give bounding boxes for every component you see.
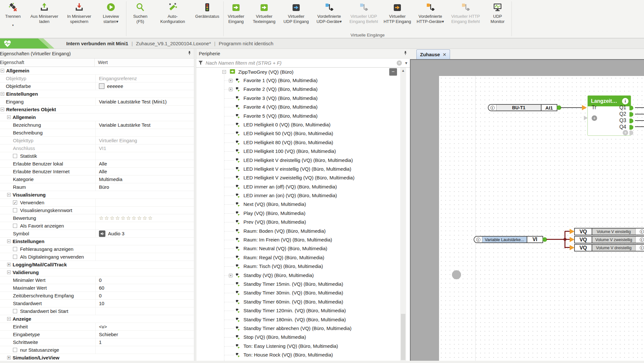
tree-item-favorite-2-vq-b-ro-multimedia-[interactable]: +Favorite 2 (VQ) (Büro, Multimedia) (196, 85, 410, 94)
property-value[interactable]: Eingangsreferenz (96, 75, 194, 82)
tree-item-prev-vq-b-ro-multimedia-[interactable]: Prev (VQ) (Büro, Multimedia) (196, 218, 410, 227)
filter-input[interactable]: Nach Namen filtern mit (STRG + F) (206, 60, 397, 66)
tree-root-item[interactable]: − ZippTwoGrey (VQ) (Büro) (196, 68, 410, 76)
tree-item-standby-vq-b-ro-multimedia-[interactable]: +Standby (VQ) (Büro, Multimedia) (196, 271, 410, 280)
block-vq-1[interactable]: VQ Volume V einstellig i (574, 228, 644, 235)
tree-item-raum-im-freien-vq-b-ro-multimedia-[interactable]: Raum: Im Freien (VQ) (Büro, Multimedia) (196, 236, 410, 244)
tree-item-ton-house-rock-vq-b-ro-multimedia-[interactable]: Ton: House Rock (VQ) (Büro, Multimedia) (196, 351, 410, 359)
color-swatch[interactable] (99, 83, 104, 89)
tree-item-standby-timer-15min-vq-b-ro-multimedia-[interactable]: Standby Timer 15min. (VQ) (Büro, Multime… (196, 280, 410, 289)
tree-item-next-vq-b-ro-multimedia-[interactable]: Next (VQ) (Büro, Multimedia) (196, 200, 410, 209)
collapse-icon[interactable]: − (1, 92, 4, 96)
ribbon-button-vordefinierte-udp-ger-te-[interactable]: VordefinierteUDP-Geräte▾ (312, 1, 346, 30)
ribbon-button-trennen[interactable]: Trennen ▾ (0, 1, 26, 30)
tree-item-led-helligkeit-50-vq-b-ro-multimedia-[interactable]: LED Helligkeit 50 (VQ) (Büro, Multimedia… (196, 129, 410, 138)
property-value[interactable] (96, 253, 194, 261)
input-tr[interactable]: Tr (592, 105, 596, 111)
tree-item-raum-tisch-vq-b-ro-multimedia-[interactable]: Raum: Tisch (VQ) (Büro, Multimedia) (196, 262, 410, 271)
ribbon-button-in-miniserver-speichern[interactable]: In Miniserverspeichern (63, 1, 96, 30)
output-q2[interactable]: Q2 (613, 111, 626, 117)
ribbon-button-vordefinierte-http-ger-te-[interactable]: VordefinierteHTTP-Geräte▾ (413, 1, 447, 30)
property-value[interactable] (96, 207, 194, 214)
tree-item-raum-boden-vq-b-ro-multimedia-[interactable]: Raum: Boden (VQ) (Büro, Multimedia) (196, 227, 410, 236)
ribbon-button-virtueller-texteingang[interactable]: VirtuellerTexteingang (248, 1, 280, 30)
expand-icon[interactable]: + (229, 88, 232, 91)
ribbon-button-auto-konfiguration[interactable]: Auto-Konfiguration (154, 1, 191, 30)
tree-item-ton-easy-listening-vq-b-ro-multimedia-[interactable]: Ton: Easy Listening (VQ) (Büro, Multimed… (196, 342, 410, 351)
collapse-icon[interactable]: − (1, 108, 4, 111)
property-value[interactable]: Variable Lautstärke Test (Mini1) (96, 98, 194, 105)
property-value[interactable] (96, 129, 194, 136)
expand-icon[interactable]: + (229, 274, 232, 277)
info-icon[interactable]: i (490, 106, 495, 110)
add-output-icon[interactable]: + (623, 130, 628, 135)
collapse-icon[interactable]: − (7, 193, 11, 197)
expand-icon[interactable]: + (7, 356, 11, 359)
block-bu-t1[interactable]: i BU-T1 AI1 (488, 104, 557, 111)
tree-item-led-helligkeit-v-zweistellig-vq-b-ro-mul[interactable]: LED Helligkeit V zweistellig (VQ) (Büro,… (196, 174, 410, 182)
property-value[interactable]: 1 (96, 338, 194, 346)
tree-item-stop-vq-b-ro-multimedia-[interactable]: Stop (VQ) (Büro, Multimedia) (196, 333, 410, 342)
ribbon-button-virtueller-http-eingang[interactable]: VirtuellerHTTP Eingang (381, 1, 413, 30)
property-value[interactable]: 0 (96, 292, 194, 299)
property-value[interactable]: Schieber (96, 331, 194, 338)
property-value[interactable] (96, 346, 194, 354)
tree-item-play-vq-b-ro-multimedia-[interactable]: Play (VQ) (Büro, Multimedia) (196, 209, 410, 218)
collapse-all-button[interactable]: − (389, 68, 397, 76)
column-eigenschaft[interactable]: Eigenschaft (0, 59, 95, 67)
tab-zuhause[interactable]: Zuhause ✕ (416, 49, 450, 59)
ribbon-button-udp-monitor[interactable]: UDPMonitor (484, 1, 511, 30)
collapse-icon[interactable]: − (7, 317, 11, 321)
property-value[interactable]: <v> (96, 323, 194, 330)
collapse-icon[interactable]: − (1, 69, 4, 72)
tree-item-led-helligkeit-80-vq-b-ro-multimedia-[interactable]: LED Helligkeit 80 (VQ) (Büro, Multimedia… (196, 138, 410, 147)
collapse-icon[interactable]: − (7, 271, 11, 274)
output-q3[interactable]: Q3 (613, 118, 626, 123)
property-value[interactable]: ☆☆☆☆☆☆☆☆☆☆ (96, 214, 194, 222)
tree-item-raum-neutral-vq-b-ro-multimedia-[interactable]: Raum: Neutral (VQ) (Büro, Multimedia) (196, 244, 410, 253)
tree-item-standby-timer-180min-vq-b-ro-multimedia-[interactable]: Standby Timer 180min. (VQ) (Büro, Multim… (196, 315, 410, 324)
property-value[interactable]: 60 (96, 284, 194, 292)
block-vq-2[interactable]: VQ Volume V zweistellig i (574, 236, 644, 243)
tree-item-led-helligkeit-v-dreistellig-vq-b-ro-mul[interactable]: LED Helligkeit V dreistellig (VQ) (Büro,… (196, 156, 410, 165)
property-value[interactable] (96, 152, 194, 160)
tree-item-standby-timer-abbrechen-vq-b-ro-multimed[interactable]: Standby Timer abbrechen (VQ) (Büro, Mult… (196, 324, 410, 333)
tree-item-favorite-1-vq-b-ro-multimedia-[interactable]: +Favorite 1 (VQ) (Büro, Multimedia) (196, 76, 410, 85)
collapse-icon[interactable]: − (7, 115, 11, 119)
checkbox-nur-statusanzeige[interactable] (13, 348, 17, 352)
collapse-icon[interactable]: − (7, 240, 11, 243)
expand-icon[interactable]: + (229, 79, 232, 82)
column-wert[interactable]: Wert (95, 59, 194, 67)
tree-scrollbar[interactable]: ▲ (400, 68, 406, 361)
property-value[interactable]: 10 (96, 300, 194, 307)
ribbon-button-aus-miniserver-laden[interactable]: Aus Miniserverladen (26, 1, 63, 30)
property-value[interactable]: Büro (96, 183, 194, 191)
property-value[interactable] (96, 199, 194, 206)
info-icon[interactable]: i (476, 238, 480, 242)
tree-item-standby-timer-30min-vq-b-ro-multimedia-[interactable]: Standby Timer 30min. (VQ) (Büro, Multime… (196, 289, 410, 297)
info-icon[interactable]: i (622, 98, 628, 104)
property-value[interactable] (96, 307, 194, 315)
property-value[interactable]: 0 (96, 276, 194, 284)
property-value[interactable]: Variable Lautstärke Test (96, 121, 194, 129)
ribbon-button-ger-testatus[interactable]: Gerätestatus (191, 1, 223, 30)
tree-item-led-helligkeit-0-vq-b-ro-multimedia-[interactable]: LED Helligkeit 0 (VQ) (Büro, Multimedia) (196, 121, 410, 129)
property-value[interactable]: Audio 3 (96, 230, 194, 237)
property-value[interactable]: Virtueller Eingang (96, 137, 194, 144)
expand-icon[interactable]: + (7, 263, 11, 266)
input-arrow-icon[interactable] (570, 245, 574, 250)
tree-item-led-helligkeit-100-vq-b-ro-multimedia-[interactable]: LED Helligkeit 100 (VQ) (Büro, Multimedi… (196, 147, 410, 156)
rating-stars[interactable]: ☆☆☆☆☆☆☆☆☆☆ (99, 215, 153, 221)
collapse-toggle[interactable]: − (222, 70, 226, 74)
ribbon-button-virtueller-udp-eingang[interactable]: VirtuellerUDP Eingang (280, 1, 312, 30)
block-langzeit[interactable]: Langzeit… i Tr + Q1 Q2 Q3 Q4 + (587, 95, 631, 136)
property-value[interactable]: VI1 (96, 144, 194, 152)
ribbon-button-liveview-starten-[interactable]: Liveviewstarten▾ (96, 1, 126, 30)
property-value[interactable] (96, 245, 194, 253)
checkbox-als-favorit-anzeigen[interactable] (13, 224, 17, 228)
info-icon[interactable]: i (640, 246, 644, 250)
ribbon-button-virtueller-eingang[interactable]: VirtuellerEingang (224, 1, 248, 30)
property-value[interactable]: eeeeee (96, 82, 194, 90)
tree-item-led-helligkeit-v-einstellig-vq-b-ro-mult[interactable]: LED Helligkeit V einstellig (VQ) (Büro, … (196, 165, 410, 174)
property-value[interactable]: Alle (96, 168, 194, 175)
